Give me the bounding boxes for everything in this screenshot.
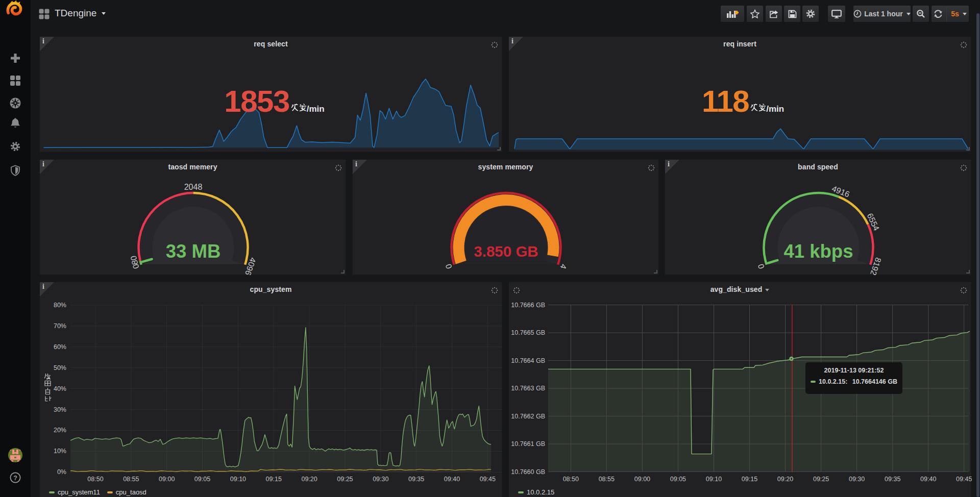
svg-text:09:35: 09:35 [885,476,900,483]
svg-text:08:55: 08:55 [123,476,139,483]
svg-text:08:50: 08:50 [87,476,103,483]
svg-text:10.7665 GB: 10.7665 GB [511,329,545,336]
svg-text:10.7664 GB: 10.7664 GB [511,357,545,364]
svg-text:80: 80 [129,255,139,265]
svg-text:80%: 80% [54,302,66,309]
svg-text:09:40: 09:40 [444,476,460,483]
svg-text:08:50: 08:50 [563,476,579,483]
svg-text:10.7662 GB: 10.7662 GB [511,413,545,420]
svg-text:70%: 70% [54,322,66,330]
svg-text:09:20: 09:20 [301,476,317,483]
svg-text:4: 4 [558,263,568,270]
svg-text:10.7666 GB: 10.7666 GB [511,302,545,309]
svg-text:60%: 60% [54,343,66,351]
svg-text:30%: 30% [54,406,66,413]
svg-text:08:55: 08:55 [599,476,615,483]
svg-text:09:30: 09:30 [373,476,388,483]
svg-text:33 MB: 33 MB [166,241,221,262]
svg-text:40%: 40% [54,385,66,392]
svg-text:09:05: 09:05 [194,476,210,483]
svg-text:09:25: 09:25 [337,476,353,483]
svg-text:09:10: 09:10 [230,476,246,483]
svg-text:09:45: 09:45 [956,476,972,483]
svg-text:09:35: 09:35 [408,476,424,483]
svg-text:10.7660 GB: 10.7660 GB [511,468,545,476]
svg-text:09:45: 09:45 [480,476,496,483]
svg-text:09:00: 09:00 [634,476,650,483]
svg-text:09:30: 09:30 [849,476,865,483]
svg-text:3.850 GB: 3.850 GB [474,243,538,260]
svg-text:50%: 50% [54,364,66,371]
svg-text:10.7663 GB: 10.7663 GB [511,385,545,392]
svg-text:41 kbps: 41 kbps [784,241,853,262]
svg-text:0: 0 [756,263,766,270]
svg-text:10%: 10% [54,448,66,455]
svg-text:09:40: 09:40 [920,476,936,483]
svg-text:09:10: 09:10 [706,476,722,483]
svg-text:09:05: 09:05 [670,476,686,483]
svg-text:?: ? [13,475,17,482]
svg-text:09:15: 09:15 [266,476,282,483]
svg-text:09:25: 09:25 [813,476,829,483]
svg-text:09:20: 09:20 [777,476,793,483]
svg-text:2048: 2048 [184,183,203,191]
svg-text:09:00: 09:00 [159,476,175,483]
svg-text:09:15: 09:15 [742,476,757,483]
svg-text:20%: 20% [54,427,66,434]
svg-text:0: 0 [444,263,454,270]
svg-text:0%: 0% [57,468,66,476]
svg-text:10.7661 GB: 10.7661 GB [511,440,545,448]
